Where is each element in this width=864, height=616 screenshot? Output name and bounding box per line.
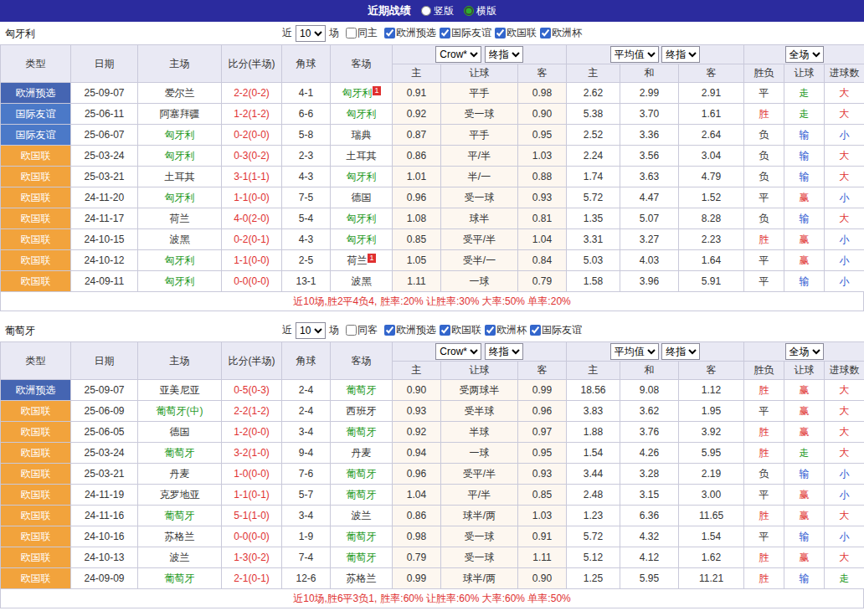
match-count-select[interactable]: 10 bbox=[296, 25, 326, 42]
result-cell: 平 bbox=[744, 83, 784, 104]
sub-handicap: 让球 bbox=[441, 64, 518, 83]
match-score: 1-2(1-2) bbox=[222, 104, 282, 125]
competition-filter[interactable]: 国际友谊 bbox=[530, 323, 582, 337]
competition-label: 欧洲杯 bbox=[496, 323, 527, 337]
team-name: 葡萄牙 bbox=[165, 572, 195, 584]
handicap-result-cell: 输 bbox=[784, 464, 825, 485]
scope-select[interactable]: 全场 bbox=[785, 46, 824, 63]
match-date: 25-06-07 bbox=[71, 125, 138, 146]
competition-checkbox[interactable] bbox=[495, 28, 506, 38]
competition-checkbox[interactable] bbox=[485, 325, 496, 336]
league-type-badge: 欧国联 bbox=[1, 250, 71, 271]
avg-home-odds: 18.56 bbox=[567, 380, 620, 401]
competition-checkbox[interactable] bbox=[440, 325, 450, 336]
horizontal-layout-radio[interactable] bbox=[464, 6, 474, 16]
bookmaker-away-odds: 0.93 bbox=[518, 464, 567, 485]
avg-time-select[interactable]: 终指 bbox=[661, 46, 700, 63]
avg-draw-odds: 3.62 bbox=[620, 401, 679, 422]
league-type-badge: 欧国联 bbox=[1, 443, 71, 464]
goals-over-under-cell: 大 bbox=[825, 104, 864, 125]
handicap-result-cell: 走 bbox=[784, 443, 825, 464]
layout-option-vertical[interactable]: 竖版 bbox=[421, 4, 454, 18]
same-venue-checkbox[interactable] bbox=[346, 28, 357, 38]
avg-away-odds: 1.62 bbox=[679, 547, 744, 568]
competition-filter[interactable]: 欧洲杯 bbox=[485, 323, 527, 337]
match-row: 欧国联24-11-19克罗地亚1-1(0-1)5-7葡萄牙1.04平/半0.85… bbox=[1, 485, 864, 506]
avg-home-odds: 3.31 bbox=[567, 229, 620, 250]
match-score: 2-2(1-2) bbox=[222, 401, 282, 422]
league-type-badge: 欧国联 bbox=[1, 547, 71, 568]
vertical-layout-radio[interactable] bbox=[421, 6, 431, 16]
competition-label: 欧洲杯 bbox=[552, 26, 582, 40]
competition-label: 国际友谊 bbox=[542, 323, 582, 337]
scope-select[interactable]: 全场 bbox=[785, 343, 824, 360]
odds-time-select[interactable]: 终指 bbox=[485, 343, 523, 360]
avg-home-odds: 5.12 bbox=[567, 547, 620, 568]
result-cell: 负 bbox=[744, 464, 784, 485]
summary-row: 近10场,胜2平4负4, 胜率:20% 让胜率:30% 大率:50% 单率:20… bbox=[0, 292, 864, 311]
home-team-cell: 葡萄牙 bbox=[138, 443, 222, 464]
avg-away-odds: 1.12 bbox=[679, 380, 744, 401]
bookmaker-select[interactable]: Crow* bbox=[435, 343, 481, 360]
away-team-cell: 波兰 bbox=[331, 506, 393, 526]
same-venue-checkbox[interactable] bbox=[346, 325, 357, 336]
bookmaker-home-odds: 0.98 bbox=[393, 526, 441, 547]
away-team-cell: 德国 bbox=[331, 187, 393, 208]
corner-score: 2-4 bbox=[282, 401, 331, 422]
competition-filter[interactable]: 欧洲预选 bbox=[384, 323, 436, 337]
team-name: 阿塞拜疆 bbox=[160, 108, 200, 120]
competition-checkbox[interactable] bbox=[530, 325, 541, 336]
match-count-select[interactable]: 10 bbox=[296, 322, 326, 339]
team-name: 葡萄牙 bbox=[347, 384, 377, 396]
competition-filter[interactable]: 欧国联 bbox=[440, 323, 481, 337]
team-name: 西班牙 bbox=[347, 405, 377, 417]
away-team-cell: 荷兰1 bbox=[331, 250, 393, 271]
competition-filter[interactable]: 欧国联 bbox=[495, 26, 537, 40]
result-cell: 胜 bbox=[744, 506, 784, 526]
bookmaker-away-odds: 0.88 bbox=[518, 167, 567, 187]
match-score: 2-2(0-2) bbox=[222, 83, 282, 104]
match-row: 欧国联24-09-09葡萄牙2-1(0-1)12-6苏格兰0.99球半/两0.9… bbox=[1, 568, 864, 589]
bookmaker-away-odds: 1.04 bbox=[518, 229, 567, 250]
competition-checkbox[interactable] bbox=[384, 28, 395, 38]
home-team-cell: 匈牙利 bbox=[138, 146, 222, 167]
avg-draw-odds: 4.12 bbox=[620, 547, 679, 568]
league-type-badge: 欧国联 bbox=[1, 506, 71, 526]
avg-time-select[interactable]: 终指 bbox=[661, 343, 700, 360]
sub-goals: 进球数 bbox=[825, 362, 864, 380]
competition-filter[interactable]: 国际友谊 bbox=[440, 26, 491, 40]
home-team-cell: 爱尔兰 bbox=[138, 83, 222, 104]
handicap-line: 平手 bbox=[441, 83, 518, 104]
sub-avg-away: 客 bbox=[679, 64, 744, 83]
same-venue-filter[interactable]: 同主 bbox=[346, 26, 378, 40]
sub-home-odds: 主 bbox=[393, 64, 441, 83]
bookmaker-home-odds: 0.99 bbox=[393, 568, 441, 589]
avg-home-odds: 1.88 bbox=[567, 422, 620, 443]
average-select[interactable]: 平均值 bbox=[610, 46, 659, 63]
home-team-cell: 荷兰 bbox=[138, 208, 222, 229]
avg-draw-odds: 3.28 bbox=[620, 464, 679, 485]
corner-score: 3-4 bbox=[282, 506, 331, 526]
avg-draw-odds: 3.36 bbox=[620, 125, 679, 146]
away-team-cell: 葡萄牙 bbox=[331, 547, 393, 568]
goals-over-under-cell: 走 bbox=[825, 568, 864, 589]
average-select[interactable]: 平均值 bbox=[610, 343, 659, 360]
odds-time-select[interactable]: 终指 bbox=[485, 46, 523, 63]
bookmaker-home-odds: 0.90 bbox=[393, 380, 441, 401]
match-row: 欧国联24-10-12匈牙利1-1(0-0)2-5荷兰11.05受半/一0.84… bbox=[1, 250, 864, 271]
competition-filter[interactable]: 欧洲预选 bbox=[384, 26, 436, 40]
avg-draw-odds: 4.47 bbox=[620, 187, 679, 208]
layout-option-horizontal[interactable]: 横版 bbox=[464, 4, 496, 18]
corner-score: 7-6 bbox=[282, 464, 331, 485]
competition-checkbox[interactable] bbox=[440, 28, 450, 38]
competition-label: 国际友谊 bbox=[451, 26, 491, 40]
horizontal-layout-label: 横版 bbox=[476, 4, 496, 18]
competition-checkbox[interactable] bbox=[384, 325, 395, 336]
competition-filter[interactable]: 欧洲杯 bbox=[540, 26, 582, 40]
competition-checkbox[interactable] bbox=[540, 28, 551, 38]
bookmaker-select[interactable]: Crow* bbox=[435, 46, 481, 63]
handicap-line: 平/半 bbox=[441, 485, 518, 506]
away-team-cell: 葡萄牙 bbox=[331, 485, 393, 506]
same-venue-filter[interactable]: 同客 bbox=[346, 323, 378, 337]
match-score: 4-0(2-0) bbox=[222, 208, 282, 229]
